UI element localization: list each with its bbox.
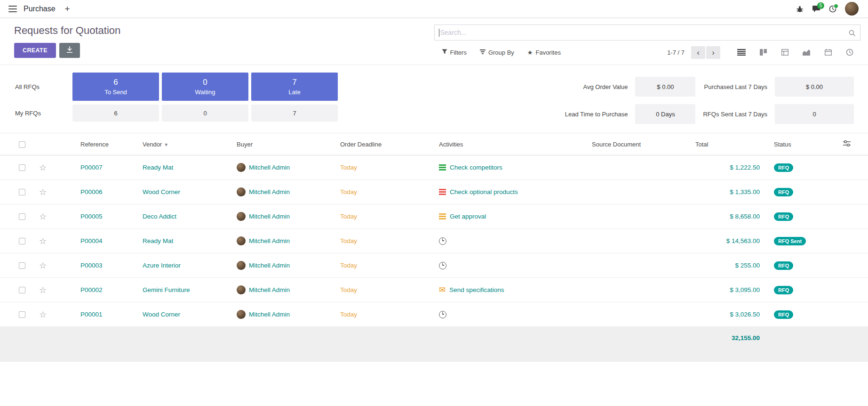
plus-button[interactable]: + (61, 4, 74, 14)
row-checkbox[interactable] (19, 189, 25, 195)
header-activities[interactable]: Activities (435, 133, 588, 155)
rfqs-sent-last-7-days-label: RFQs Sent Last 7 Days (703, 111, 767, 118)
activity-icon[interactable] (439, 311, 446, 318)
activity-label[interactable]: Check competitors (450, 164, 502, 171)
vendor-link[interactable]: Wood Corner (143, 188, 180, 195)
tile-waiting[interactable]: 0 Waiting (162, 73, 248, 101)
lead-time-label: Lead Time to Purchase (565, 111, 628, 118)
row-checkbox[interactable] (19, 164, 25, 171)
buyer-link[interactable]: Mitchell Admin (249, 237, 290, 244)
my-late-count[interactable]: 7 (251, 105, 338, 122)
activities-icon[interactable] (829, 5, 836, 13)
vendor-link[interactable]: Wood Corner (143, 311, 180, 318)
buyer-link[interactable]: Mitchell Admin (249, 213, 290, 220)
row-checkbox[interactable] (19, 287, 25, 293)
buyer-link[interactable]: Mitchell Admin (249, 262, 290, 269)
messages-icon[interactable]: 5 (812, 5, 820, 13)
buyer-link[interactable]: Mitchell Admin (249, 311, 290, 318)
table-row[interactable]: ☆ P00001 Wood Corner Mitchell Admin Toda… (0, 302, 868, 327)
buyer-link[interactable]: Mitchell Admin (249, 286, 290, 293)
sort-caret-icon: ▾ (165, 141, 167, 148)
favorite-star-icon[interactable]: ☆ (39, 285, 47, 295)
graph-view-button[interactable] (796, 46, 817, 59)
favorite-star-icon[interactable]: ☆ (39, 187, 47, 197)
header-order-deadline[interactable]: Order Deadline (336, 133, 435, 155)
activity-label[interactable]: Check optional products (450, 188, 518, 195)
vendor-link[interactable]: Azure Interior (143, 262, 181, 269)
table-footer-band (0, 349, 868, 362)
status-badge: RFQ (774, 310, 793, 319)
table-row[interactable]: ☆ P00004 Ready Mat Mitchell Admin Today … (0, 229, 868, 253)
activity-icon[interactable] (439, 164, 446, 171)
user-avatar[interactable] (845, 2, 859, 16)
activity-icon[interactable] (439, 213, 446, 219)
row-checkbox[interactable] (19, 238, 25, 244)
reference-link[interactable]: P00005 (80, 213, 103, 220)
favorite-star-icon[interactable]: ☆ (39, 163, 47, 172)
reference-link[interactable]: P00004 (80, 237, 103, 244)
activity-label[interactable]: Get approval (450, 213, 486, 220)
filters-label: Filters (450, 49, 467, 56)
download-button[interactable] (59, 43, 80, 58)
table-row[interactable]: ☆ P00003 Azure Interior Mitchell Admin T… (0, 253, 868, 278)
activity-icon[interactable] (439, 237, 446, 245)
table-row[interactable]: ☆ P00005 Deco Addict Mitchell Admin Toda… (0, 204, 868, 229)
favorite-star-icon[interactable]: ☆ (39, 212, 47, 221)
table-row[interactable]: ☆ P00007 Ready Mat Mitchell Admin Today … (0, 155, 868, 180)
row-checkbox[interactable] (19, 213, 25, 220)
activity-icon[interactable] (439, 189, 446, 195)
my-waiting-count[interactable]: 0 (162, 105, 248, 122)
list-view-button[interactable] (731, 46, 752, 59)
filters-button[interactable]: Filters (442, 49, 467, 56)
activity-icon[interactable]: ✉ (439, 286, 446, 294)
kanban-view-button[interactable] (752, 46, 774, 59)
reference-link[interactable]: P00007 (80, 164, 103, 171)
vendor-link[interactable]: Gemini Furniture (143, 286, 190, 293)
app-name[interactable]: Purchase (24, 5, 56, 13)
header-vendor-label: Vendor (143, 141, 162, 148)
row-checkbox[interactable] (19, 311, 25, 318)
tile-to-send[interactable]: 6 To Send (72, 73, 159, 101)
vendor-link[interactable]: Deco Addict (143, 213, 176, 220)
pager-previous-button[interactable]: ‹ (691, 46, 705, 59)
reference-link[interactable]: P00006 (80, 188, 103, 195)
header-source-document[interactable]: Source Document (588, 133, 692, 155)
create-button[interactable]: CREATE (14, 43, 56, 58)
header-status[interactable]: Status (764, 133, 826, 155)
favorite-star-icon[interactable]: ☆ (39, 310, 47, 319)
favorite-star-icon[interactable]: ☆ (39, 236, 47, 246)
lead-time-value: 0 Days (635, 104, 695, 124)
my-to-send-count[interactable]: 6 (72, 105, 159, 122)
debug-bug-icon[interactable] (796, 5, 804, 13)
buyer-link[interactable]: Mitchell Admin (249, 188, 290, 195)
vendor-link[interactable]: Ready Mat (143, 164, 173, 171)
vendor-link[interactable]: Ready Mat (143, 237, 173, 244)
calendar-view-button[interactable] (817, 46, 839, 59)
header-reference[interactable]: Reference (73, 133, 139, 155)
select-all-checkbox[interactable] (19, 141, 25, 148)
tile-late[interactable]: 7 Late (251, 73, 338, 101)
reference-link[interactable]: P00003 (80, 262, 103, 269)
row-checkbox[interactable] (19, 262, 25, 269)
reference-link[interactable]: P00002 (80, 286, 103, 293)
apps-menu-icon[interactable] (7, 4, 22, 14)
favorite-star-icon[interactable]: ☆ (39, 261, 47, 270)
buyer-link[interactable]: Mitchell Admin (249, 164, 290, 171)
pager-next-button[interactable]: › (706, 46, 720, 59)
table-row[interactable]: ☆ P00006 Wood Corner Mitchell Admin Toda… (0, 180, 868, 204)
activity-view-button[interactable] (839, 46, 860, 59)
pivot-view-button[interactable] (774, 46, 796, 59)
group-by-button[interactable]: Group By (480, 49, 514, 56)
activity-label[interactable]: Send specifications (449, 286, 504, 293)
activity-icon[interactable] (439, 262, 446, 269)
table-row[interactable]: ☆ P00002 Gemini Furniture Mitchell Admin… (0, 278, 868, 302)
source-document (588, 204, 692, 229)
favorites-button[interactable]: ★ Favorites (527, 49, 561, 56)
optional-columns-icon[interactable] (843, 141, 851, 148)
search-input[interactable] (435, 25, 860, 40)
reference-link[interactable]: P00001 (80, 311, 103, 318)
header-total[interactable]: Total (692, 133, 764, 155)
search-icon[interactable] (848, 29, 856, 39)
header-buyer[interactable]: Buyer (233, 133, 336, 155)
header-vendor[interactable]: Vendor▾ (139, 133, 233, 155)
